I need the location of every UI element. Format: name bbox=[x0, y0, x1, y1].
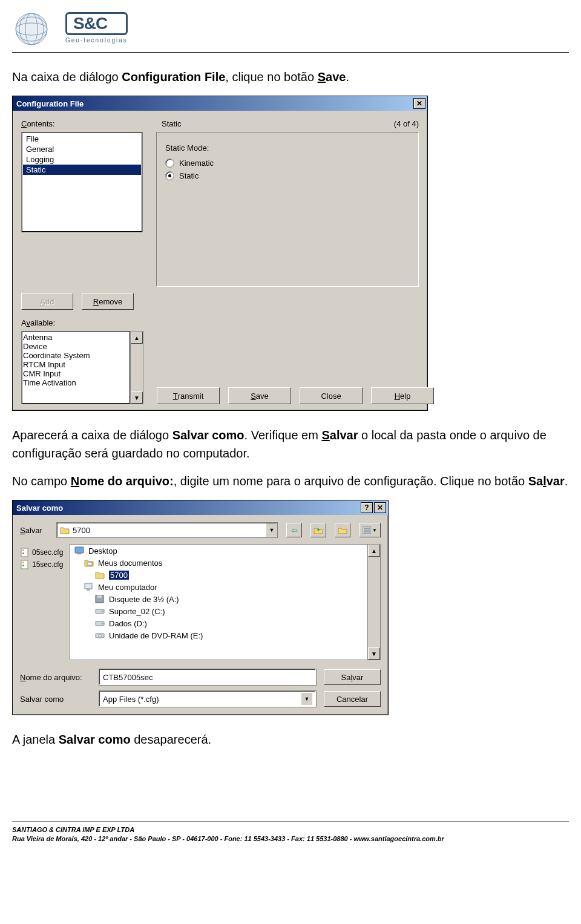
instruction-p2: Aparecerá a caixa de diálogo Salvar como… bbox=[12, 426, 569, 462]
svg-point-28 bbox=[99, 634, 102, 637]
radio-static[interactable]: Static bbox=[165, 171, 410, 180]
static-label: Static bbox=[162, 119, 182, 128]
save-as-dialog: Salvar como ? ✕ Salvar 5700 ▼ ⇦ bbox=[12, 500, 389, 715]
list-item[interactable]: Time Activation bbox=[23, 378, 129, 387]
documents-icon bbox=[84, 558, 94, 568]
close-icon[interactable]: ✕ bbox=[374, 502, 386, 513]
folder-tree[interactable]: Desktop Meus documentos 5700 Meu computa… bbox=[70, 544, 368, 660]
cfg-file-icon bbox=[20, 548, 30, 557]
file-item[interactable]: 15sec.cfg bbox=[20, 559, 70, 571]
svg-rect-18 bbox=[87, 562, 92, 565]
dialog-title: Configuration File bbox=[16, 99, 84, 108]
svg-rect-14 bbox=[22, 562, 24, 563]
list-item[interactable]: RTCM Input bbox=[23, 360, 129, 369]
save-button[interactable]: Save bbox=[228, 387, 291, 404]
scroll-up-icon[interactable]: ▲ bbox=[368, 545, 380, 557]
dialog-titlebar: Configuration File ✕ bbox=[13, 96, 427, 111]
tree-item[interactable]: Meus documentos bbox=[70, 557, 367, 569]
cancel-button[interactable]: Cancelar bbox=[324, 691, 381, 707]
tree-item[interactable]: Desktop bbox=[70, 545, 367, 557]
globe-icon bbox=[12, 12, 61, 46]
svg-rect-12 bbox=[22, 552, 24, 554]
logo-subtitle: Geo-tecnologias bbox=[65, 37, 128, 44]
cfg-file-icon bbox=[20, 560, 30, 569]
view-menu-icon[interactable]: ▼ bbox=[359, 523, 381, 537]
static-mode-group: Static Mode: Kinematic Static bbox=[156, 132, 419, 287]
add-button[interactable]: Add bbox=[21, 293, 73, 310]
svg-rect-19 bbox=[85, 583, 92, 589]
tree-item[interactable]: Suporte_02 (C:) bbox=[70, 605, 367, 617]
available-list[interactable]: Antenna Device Coordinate System RTCM In… bbox=[21, 331, 131, 404]
filename-label: Nome do arquivo: bbox=[20, 673, 91, 682]
transmit-button[interactable]: Transmit bbox=[157, 387, 220, 404]
scroll-down-icon[interactable]: ▼ bbox=[368, 647, 380, 660]
list-item-selected[interactable]: Static bbox=[23, 165, 141, 175]
tree-item[interactable]: Dados (D:) bbox=[70, 617, 367, 629]
tree-item[interactable]: Unidade de DVD-RAM (E:) bbox=[70, 629, 367, 641]
list-item[interactable]: CMR Input bbox=[23, 369, 129, 378]
list-item[interactable]: File bbox=[23, 134, 141, 144]
contents-list[interactable]: File General Logging Static bbox=[21, 132, 143, 232]
radio-kinematic[interactable]: Kinematic bbox=[165, 159, 410, 168]
folder-icon bbox=[94, 570, 105, 580]
up-folder-icon[interactable] bbox=[310, 523, 326, 537]
floppy-icon bbox=[94, 594, 105, 604]
svg-point-1 bbox=[16, 13, 47, 45]
svg-rect-22 bbox=[97, 595, 102, 598]
desktop-icon bbox=[74, 546, 85, 555]
filetype-label: Salvar como bbox=[20, 695, 91, 704]
svg-rect-13 bbox=[21, 560, 28, 569]
scrollbar[interactable]: ▲ ▼ bbox=[131, 331, 143, 404]
page-footer: SANTIAGO & CINTRA IMP E EXP LTDA Rua Vie… bbox=[12, 825, 569, 850]
configuration-file-dialog: Configuration File ✕ Contents: Static (4… bbox=[12, 96, 428, 411]
svg-point-26 bbox=[102, 623, 103, 624]
available-label: Available: bbox=[21, 318, 55, 327]
footer-divider bbox=[12, 821, 569, 822]
logo-name: S&C bbox=[65, 12, 128, 35]
tree-item[interactable]: Disquete de 3½ (A:) bbox=[70, 593, 367, 605]
list-item[interactable]: General bbox=[23, 144, 141, 154]
svg-rect-16 bbox=[75, 547, 84, 553]
list-item[interactable]: Coordinate System bbox=[23, 351, 129, 360]
salvar-label: Salvar bbox=[20, 526, 50, 535]
svg-rect-15 bbox=[22, 565, 24, 566]
svg-point-24 bbox=[102, 611, 103, 612]
scrollbar[interactable]: ▲ ▼ bbox=[368, 544, 381, 660]
chevron-down-icon[interactable]: ▼ bbox=[266, 523, 277, 537]
instruction-p1: Na caixa de diálogo Configuration File, … bbox=[12, 68, 569, 86]
tree-item-selected[interactable]: 5700 bbox=[70, 569, 367, 581]
svg-rect-10 bbox=[21, 548, 28, 557]
svg-rect-20 bbox=[87, 589, 90, 591]
scroll-down-icon[interactable]: ▼ bbox=[131, 392, 143, 404]
drive-icon bbox=[94, 618, 105, 628]
tree-item[interactable]: Meu computador bbox=[70, 581, 367, 593]
filename-input[interactable]: CTB57005sec bbox=[99, 669, 317, 686]
svg-rect-11 bbox=[22, 549, 24, 551]
dialog-titlebar: Salvar como ? ✕ bbox=[13, 500, 388, 515]
filetype-combo[interactable]: App Files (*.cfg)▼ bbox=[99, 690, 317, 707]
new-folder-icon[interactable] bbox=[335, 523, 350, 537]
list-item[interactable]: Device bbox=[23, 342, 129, 351]
contents-label: Contents: bbox=[21, 119, 55, 128]
close-icon[interactable]: ✕ bbox=[413, 98, 425, 109]
file-item[interactable]: 05sec.cfg bbox=[20, 546, 70, 559]
header-divider bbox=[12, 52, 569, 53]
save-button[interactable]: Salvar bbox=[324, 669, 381, 685]
counter-label: (4 of 4) bbox=[394, 119, 419, 128]
list-item[interactable]: Antenna bbox=[23, 333, 129, 342]
close-button[interactable]: Close bbox=[300, 387, 363, 404]
help-button[interactable]: Help bbox=[371, 387, 434, 404]
location-combo[interactable]: 5700 ▼ bbox=[56, 522, 278, 538]
instruction-p3: No campo Nome do arquivo:, digite um nom… bbox=[12, 472, 569, 490]
list-item[interactable]: Logging bbox=[23, 154, 141, 165]
chevron-down-icon[interactable]: ▼ bbox=[301, 693, 312, 705]
drive-icon bbox=[94, 606, 105, 616]
company-logo: S&C Geo-tecnologias bbox=[12, 12, 569, 46]
help-icon[interactable]: ? bbox=[361, 502, 373, 513]
back-icon[interactable]: ⇦ bbox=[286, 523, 302, 537]
remove-button[interactable]: Remove bbox=[82, 293, 134, 310]
scroll-up-icon[interactable]: ▲ bbox=[131, 332, 143, 344]
computer-icon bbox=[84, 582, 94, 592]
dialog-title: Salvar como bbox=[16, 503, 63, 513]
left-file-column: 05sec.cfg 15sec.cfg bbox=[20, 544, 70, 660]
